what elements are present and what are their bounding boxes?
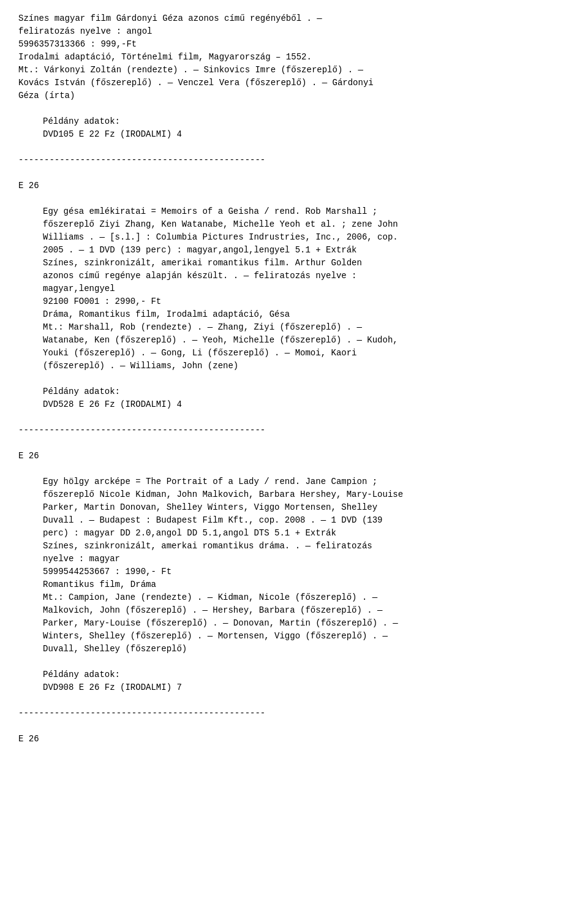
peldany-data-2: DVD528 E 26 Fz (IRODALMI) 4 bbox=[43, 398, 570, 411]
divider-line-1: ----------------------------------------… bbox=[18, 154, 570, 167]
line-genre: Irodalmi adaptáció, Történelmi film, Mag… bbox=[18, 51, 570, 64]
page-content: Színes magyar film Gárdonyi Géza azonos … bbox=[18, 12, 570, 746]
main-text-9: Dráma, Romantikus film, Irodalmi adaptác… bbox=[43, 308, 570, 321]
peldany-data-3: DVD908 E 26 Fz (IRODALMI) 7 bbox=[43, 681, 570, 694]
main2-text-9: Romantikus film, Dráma bbox=[43, 578, 570, 591]
peldany-label-1: Példány adatok: bbox=[43, 115, 570, 128]
main-text-11: Watanabe, Ken (főszereplő) . — Yeoh, Mic… bbox=[43, 334, 570, 347]
peldany-label-2: Példány adatok: bbox=[43, 385, 570, 398]
main2-text-6: Színes, szinkronizált, amerkai romantiku… bbox=[43, 540, 570, 553]
line-mt1: Mt.: Várkonyi Zoltán (rendezte) . — Sink… bbox=[18, 64, 570, 77]
divider-line-3: ----------------------------------------… bbox=[18, 707, 570, 720]
main2-text-13: Winters, Shelley (főszereplő) . — Morten… bbox=[43, 630, 570, 643]
main-text-7: magyar,lengyel bbox=[43, 282, 570, 295]
main2-text-4: Duvall . — Budapest : Budapest Film Kft.… bbox=[43, 514, 570, 527]
peldany-data-1: DVD105 E 22 Fz (IRODALMI) 4 bbox=[43, 128, 570, 141]
main2-text-1: Egy hölgy arcképe = The Portrait of a La… bbox=[43, 475, 570, 488]
entry-1: Színes magyar film Gárdonyi Géza azonos … bbox=[18, 12, 570, 746]
main-text-3: Williams . — [s.l.] : Columbia Pictures … bbox=[43, 231, 570, 244]
line-header: Színes magyar film Gárdonyi Géza azonos … bbox=[18, 12, 570, 25]
category-2: E 26 bbox=[18, 450, 570, 463]
main-text-13: (főszereplő) . — Williams, John (zene) bbox=[43, 360, 570, 372]
peldany-label-3: Példány adatok: bbox=[43, 668, 570, 681]
main-text-8: 92100 FO001 : 2990,- Ft bbox=[43, 295, 570, 308]
line-isbn: 5996357313366 : 999,-Ft bbox=[18, 38, 570, 51]
main2-text-7: nyelve : magyar bbox=[43, 553, 570, 565]
line-mt2: Kovács István (főszereplő) . — Venczel V… bbox=[18, 77, 570, 89]
main-text-4: 2005 . — 1 DVD (139 perc) : magyar,angol… bbox=[43, 244, 570, 257]
main2-text-3: Parker, Martin Donovan, Shelley Winters,… bbox=[43, 501, 570, 514]
line-mt3: Géza (írta) bbox=[18, 89, 570, 102]
category-3: E 26 bbox=[18, 733, 570, 746]
main-text-5: Színes, szinkronizált, amerikai romantik… bbox=[43, 257, 570, 270]
main2-text-5: perc) : magyar DD 2.0,angol DD 5.1,angol… bbox=[43, 527, 570, 540]
main2-text-10: Mt.: Campion, Jane (rendezte) . — Kidman… bbox=[43, 591, 570, 604]
main-text-12: Youki (főszereplő) . — Gong, Li (főszere… bbox=[43, 347, 570, 360]
main-text-1: Egy gésa emlékiratai = Memoirs of a Geis… bbox=[43, 205, 570, 218]
main2-text-2: főszereplő Nicole Kidman, John Malkovich… bbox=[43, 488, 570, 501]
divider-line-2: ----------------------------------------… bbox=[18, 424, 570, 437]
category-1: E 26 bbox=[18, 180, 570, 192]
main2-text-14: Duvall, Shelley (főszereplő) bbox=[43, 643, 570, 656]
main-text-10: Mt.: Marshall, Rob (rendezte) . — Zhang,… bbox=[43, 321, 570, 334]
main-text-6: azonos című regénye alapján készült. . —… bbox=[43, 270, 570, 282]
main2-text-11: Malkovich, John (főszereplő) . — Hershey… bbox=[43, 604, 570, 617]
main-text-2: főszereplő Ziyi Zhang, Ken Watanabe, Mic… bbox=[43, 218, 570, 231]
main2-text-8: 5999544253667 : 1990,- Ft bbox=[43, 565, 570, 578]
line-lang: feliratozás nyelve : angol bbox=[18, 25, 570, 38]
main2-text-12: Parker, Mary-Louise (főszereplő) . — Don… bbox=[43, 617, 570, 630]
